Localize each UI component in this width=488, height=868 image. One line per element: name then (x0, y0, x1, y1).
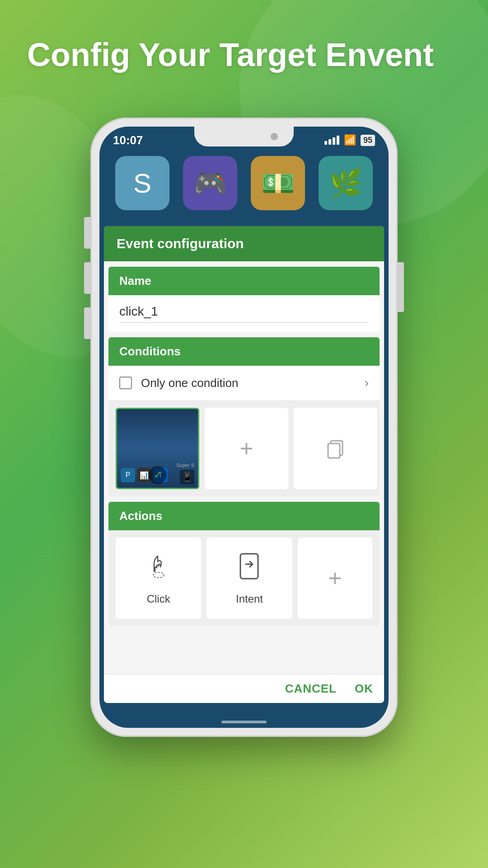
screenshot-grid: Super S P 📊 T ✓ 📱 + (108, 401, 380, 496)
event-config-dialog: Event configuration Name (104, 226, 384, 703)
phone-power-button (398, 262, 404, 312)
condition-arrow-icon: › (365, 376, 369, 390)
condition-checkbox[interactable] (119, 377, 132, 389)
action-items-grid: Click Intent (108, 530, 380, 626)
status-time: 10:07 (113, 133, 143, 147)
battery-icon: 95 (361, 135, 375, 146)
app-icon-leaf[interactable]: 🌿 (319, 156, 373, 210)
name-section: Name (108, 267, 380, 332)
screenshot-check-icon: ✓ (149, 466, 167, 484)
page-title: Config Your Target Envent (27, 36, 461, 74)
status-icons: 📶 95 (324, 134, 375, 146)
dialog-footer: CANCEL OK (104, 674, 384, 703)
touch-icon (145, 552, 172, 586)
app-icon-money[interactable]: 💵 (251, 156, 305, 210)
phone-vol-down-button (84, 262, 90, 294)
copy-screenshot-button[interactable] (294, 408, 377, 489)
phone-mockup: 10:07 📶 95 S 🎮 � (90, 118, 398, 750)
camera-icon (271, 133, 278, 140)
conditions-header: Conditions (108, 337, 380, 366)
dialog-body: Name Conditions Only one condi (104, 261, 384, 674)
phone-vol-up-button (84, 217, 90, 249)
app-icons-row: S 🎮 💵 🌿 (108, 156, 380, 210)
name-label: Name (119, 274, 151, 288)
phone-notch (194, 127, 294, 146)
screenshot-phone-icon: 📱 (180, 470, 194, 484)
conditions-section: Conditions Only one condition › Super S (108, 337, 380, 496)
name-section-header: Name (108, 267, 380, 295)
conditions-label: Conditions (119, 344, 181, 358)
condition-row[interactable]: Only one condition › (108, 366, 380, 401)
svg-rect-3 (240, 554, 258, 579)
condition-text: Only one condition (141, 376, 365, 390)
app-icon-game[interactable]: 🎮 (183, 156, 237, 210)
signal-icon (324, 136, 339, 145)
action-click-item[interactable]: Click (116, 538, 201, 619)
svg-rect-1 (328, 443, 340, 458)
phone-mute-button (84, 307, 90, 339)
cancel-button[interactable]: CANCEL (285, 682, 337, 696)
ok-button[interactable]: OK (355, 682, 373, 696)
intent-icon (237, 552, 262, 586)
actions-header: Actions (108, 502, 380, 530)
dialog-header: Event configuration (104, 226, 384, 261)
intent-action-label: Intent (236, 593, 263, 605)
action-intent-item[interactable]: Intent (206, 538, 292, 619)
add-screenshot-button[interactable]: + (205, 408, 288, 489)
actions-section: Actions Click (108, 502, 380, 626)
add-action-icon: + (328, 565, 342, 592)
home-indicator (221, 721, 267, 723)
wifi-icon: 📶 (344, 134, 356, 146)
app-icon-skype[interactable]: S (115, 156, 169, 210)
name-input[interactable] (119, 304, 369, 323)
svg-point-2 (153, 572, 164, 578)
dialog-title: Event configuration (117, 236, 244, 251)
screenshot-thumbnail[interactable]: Super S P 📊 T ✓ 📱 (116, 408, 199, 489)
name-input-area (108, 295, 380, 332)
actions-label: Actions (119, 509, 162, 523)
add-action-button[interactable]: + (298, 538, 372, 619)
click-action-label: Click (147, 593, 170, 605)
